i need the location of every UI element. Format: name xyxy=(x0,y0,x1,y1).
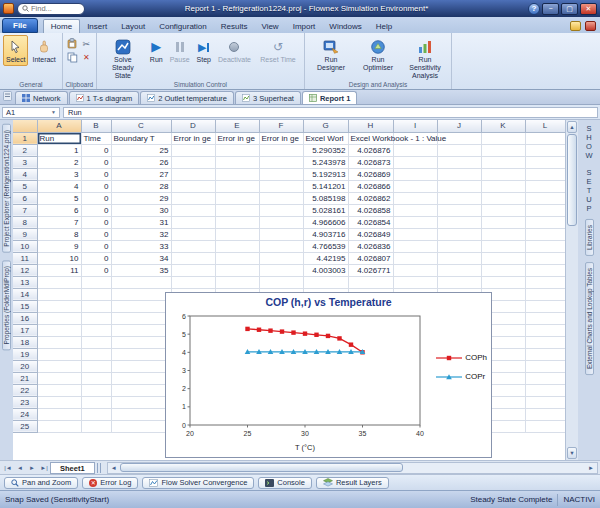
cell-C21[interactable] xyxy=(111,372,171,384)
cell-L16[interactable] xyxy=(525,312,565,324)
cell-F7[interactable] xyxy=(259,204,303,216)
row-header-17[interactable]: 17 xyxy=(13,324,37,336)
row-header-23[interactable]: 23 xyxy=(13,396,37,408)
cell-K11[interactable] xyxy=(481,252,525,264)
cell-A20[interactable] xyxy=(37,360,81,372)
notebook-icon[interactable] xyxy=(570,21,581,31)
name-box-dropdown-icon[interactable]: ▼ xyxy=(51,109,56,115)
cell-L23[interactable] xyxy=(525,396,565,408)
cell-L14[interactable] xyxy=(525,288,565,300)
vertical-scroll-thumb[interactable] xyxy=(567,134,577,226)
cell-I12[interactable] xyxy=(393,264,437,276)
cell-C14[interactable] xyxy=(111,288,171,300)
row-header-24[interactable]: 24 xyxy=(13,408,37,420)
cell-H10[interactable]: 4.026836 xyxy=(348,240,393,252)
cell-A22[interactable] xyxy=(37,384,81,396)
cell-G7[interactable]: 5.028161 xyxy=(303,204,348,216)
cell-L25[interactable] xyxy=(525,420,565,432)
row-header-1[interactable]: 1 xyxy=(13,132,37,144)
cell-E6[interactable] xyxy=(215,192,259,204)
cell-D2[interactable] xyxy=(171,144,215,156)
scroll-up-icon[interactable]: ▲ xyxy=(567,121,577,133)
row-header-6[interactable]: 6 xyxy=(13,192,37,204)
tab-import[interactable]: Import xyxy=(286,20,323,33)
cell-B22[interactable] xyxy=(81,384,111,396)
cell-B14[interactable] xyxy=(81,288,111,300)
col-header-B[interactable]: B xyxy=(81,120,111,132)
cell-H6[interactable]: 4.026862 xyxy=(348,192,393,204)
row-header-20[interactable]: 20 xyxy=(13,360,37,372)
cell-F1[interactable]: Error in ge xyxy=(259,132,303,144)
cell-F5[interactable] xyxy=(259,180,303,192)
vertical-scrollbar[interactable]: ▲ ▼ xyxy=(565,120,578,460)
external-charts-lookup-tables-tab[interactable]: External Charts and Lookup Tables xyxy=(585,262,594,375)
cell-K9[interactable] xyxy=(481,228,525,240)
cell-J2[interactable] xyxy=(437,144,481,156)
cell-D12[interactable] xyxy=(171,264,215,276)
cell-D3[interactable] xyxy=(171,156,215,168)
cell-L5[interactable] xyxy=(525,180,565,192)
cell-B5[interactable]: 0 xyxy=(81,180,111,192)
col-header-H[interactable]: H xyxy=(348,120,393,132)
file-menu-button[interactable]: File xyxy=(2,18,38,33)
tab-configuration[interactable]: Configuration xyxy=(152,20,214,33)
cell-A15[interactable] xyxy=(37,300,81,312)
cell-B25[interactable] xyxy=(81,420,111,432)
row-header-5[interactable]: 5 xyxy=(13,180,37,192)
tab-splitter-handle[interactable] xyxy=(97,463,103,473)
cell-F10[interactable] xyxy=(259,240,303,252)
cell-B18[interactable] xyxy=(81,336,111,348)
cell-K8[interactable] xyxy=(481,216,525,228)
cell-B23[interactable] xyxy=(81,396,111,408)
libraries-tab[interactable]: Libraries xyxy=(585,219,594,256)
cell-L24[interactable] xyxy=(525,408,565,420)
cell-C23[interactable] xyxy=(111,396,171,408)
cell-F11[interactable] xyxy=(259,252,303,264)
solve-steady-state-button[interactable]: Solve Steady State xyxy=(100,35,146,82)
prev-sheet-icon[interactable]: ◄ xyxy=(14,465,26,471)
cell-A23[interactable] xyxy=(37,396,81,408)
cell-G3[interactable]: 5.243978 xyxy=(303,156,348,168)
tab-view[interactable]: View xyxy=(254,20,285,33)
next-sheet-icon[interactable]: ► xyxy=(26,465,38,471)
scroll-left-icon[interactable]: ◄ xyxy=(108,465,120,471)
copy-icon[interactable] xyxy=(66,51,79,64)
cell-B7[interactable]: 0 xyxy=(81,204,111,216)
cell-name-box[interactable]: A1 ▼ xyxy=(2,107,60,118)
row-header-19[interactable]: 19 xyxy=(13,348,37,360)
cell-L3[interactable] xyxy=(525,156,565,168)
cell-C9[interactable]: 32 xyxy=(111,228,171,240)
run-optimiser-button[interactable]: Run Optimiser xyxy=(355,35,401,74)
cell-C8[interactable]: 31 xyxy=(111,216,171,228)
cell-C15[interactable] xyxy=(111,300,171,312)
cell-B11[interactable]: 0 xyxy=(81,252,111,264)
tab-home[interactable]: Home xyxy=(43,19,80,33)
cell-E9[interactable] xyxy=(215,228,259,240)
cell-L21[interactable] xyxy=(525,372,565,384)
cell-K3[interactable] xyxy=(481,156,525,168)
pause-button[interactable]: Pause xyxy=(167,35,193,66)
cell-A13[interactable] xyxy=(37,276,81,288)
scroll-down-icon[interactable]: ▼ xyxy=(567,447,577,459)
cell-J5[interactable] xyxy=(437,180,481,192)
cell-C20[interactable] xyxy=(111,360,171,372)
row-header-25[interactable]: 25 xyxy=(13,420,37,432)
cell-A25[interactable] xyxy=(37,420,81,432)
cell-L4[interactable] xyxy=(525,168,565,180)
cell-J8[interactable] xyxy=(437,216,481,228)
cell-C19[interactable] xyxy=(111,348,171,360)
col-header-L[interactable]: L xyxy=(525,120,565,132)
cell-E13[interactable] xyxy=(215,276,259,288)
cell-J6[interactable] xyxy=(437,192,481,204)
row-header-16[interactable]: 16 xyxy=(13,312,37,324)
cell-J9[interactable] xyxy=(437,228,481,240)
cell-A10[interactable]: 9 xyxy=(37,240,81,252)
run-sensitivity-analysis-button[interactable]: Run Sensitivity Analysis xyxy=(402,35,448,82)
cell-H7[interactable]: 4.026858 xyxy=(348,204,393,216)
cell-C17[interactable] xyxy=(111,324,171,336)
interact-tool-button[interactable]: Interact xyxy=(29,35,58,66)
cell-L7[interactable] xyxy=(525,204,565,216)
update-icon[interactable] xyxy=(585,21,596,31)
row-header-9[interactable]: 9 xyxy=(13,228,37,240)
col-header-I[interactable]: I xyxy=(393,120,437,132)
